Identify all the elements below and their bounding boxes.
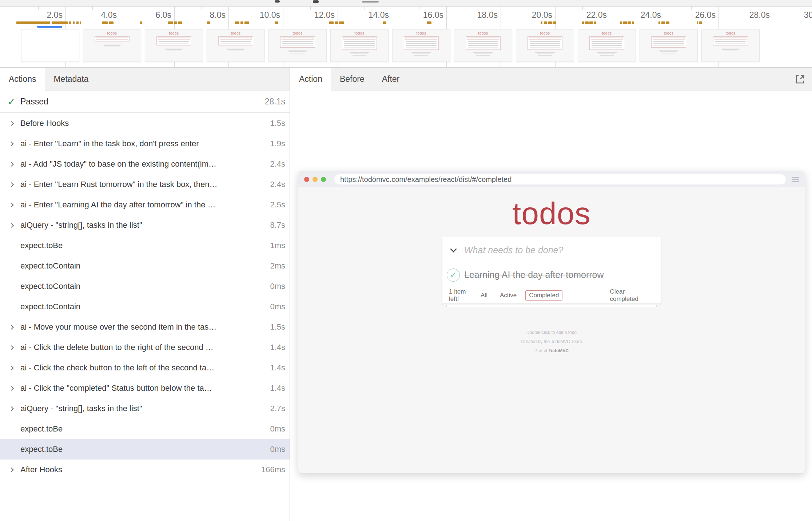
timeline-strip[interactable]: 2.0s4.0s6.0s8.0s10.0s12.0s14.0s16.0s18.0…: [0, 7, 812, 68]
timeline-action-mark: [174, 21, 177, 24]
thumbnail-item-line: [530, 43, 560, 44]
toggle-all-button[interactable]: [442, 249, 464, 251]
todo-item-label[interactable]: Learning AI the day after tomorrow: [464, 270, 604, 280]
timeline-action-mark: [541, 21, 542, 24]
thumbnail-input: [343, 37, 375, 40]
action-row[interactable]: ai - Enter "Learn Rust tomorrow" in the …: [0, 174, 290, 195]
timeline-action-mark: [52, 21, 68, 24]
action-row[interactable]: ai - Click the check button to the left …: [0, 358, 290, 378]
action-label: expect.toContain: [20, 282, 80, 291]
timeline-thumbnail[interactable]: todos: [207, 29, 265, 62]
footer-brand-line: Part of TodoMVC: [298, 346, 805, 355]
action-row[interactable]: expect.toContain2ms: [0, 256, 290, 276]
action-row[interactable]: expect.toContain0ms: [0, 297, 290, 317]
timeline-action-mark: [335, 21, 338, 24]
tab-action[interactable]: Action: [290, 68, 331, 91]
action-duration: 0ms: [265, 302, 285, 311]
todo-toggle-checkbox[interactable]: ✓: [447, 269, 460, 282]
action-row[interactable]: aiQuery - "string[], tasks in the list"8…: [0, 215, 290, 235]
tab-before[interactable]: Before: [331, 68, 373, 91]
timeline-action-mark: [594, 21, 596, 24]
timeline-action-mark: [329, 21, 334, 24]
timeline-thumbnail[interactable]: [21, 29, 79, 62]
thumbnail-footer-line: [282, 45, 313, 46]
timeline-thumbnail[interactable]: todos: [578, 29, 636, 62]
filter-completed[interactable]: Completed: [525, 290, 562, 301]
action-row[interactable]: expect.toBe0ms: [0, 419, 290, 439]
thumbnail-card: [218, 36, 253, 45]
action-duration: 1.4s: [265, 363, 285, 373]
action-label: expect.toBe: [20, 241, 63, 250]
thumbnail-app-title: todos: [702, 31, 759, 35]
timeline-action-mark: [240, 21, 243, 24]
timeline-thumbnail[interactable]: todos: [516, 29, 574, 62]
filter-active[interactable]: Active: [496, 290, 520, 301]
action-duration: 2ms: [265, 261, 285, 271]
action-row[interactable]: expect.toContain0ms: [0, 276, 290, 297]
timeline-tick-label: 16.0s: [423, 10, 443, 20]
action-duration: 2.7s: [265, 404, 285, 413]
clear-completed-button[interactable]: Clear completed: [610, 288, 654, 303]
timeline-thumbnail[interactable]: todos: [145, 29, 203, 62]
minimize-window-icon: [313, 177, 318, 182]
timeline-tick-label: 8.0s: [210, 10, 226, 20]
timeline-thumbnail[interactable]: todos: [701, 29, 760, 62]
browser-window: https://todomvc.com/examples/react/dist/…: [298, 171, 805, 474]
timeline-thumbnail[interactable]: todos: [330, 29, 389, 62]
timeline-thumbnail[interactable]: todos: [640, 29, 698, 62]
footer-brand-link[interactable]: TodoMVC: [549, 348, 569, 353]
timeline-action-mark: [339, 21, 344, 24]
thumbnail-item-line: [406, 43, 437, 44]
action-row[interactable]: After Hooks166ms: [0, 460, 290, 480]
timeline-gridline: [746, 7, 746, 10]
action-row[interactable]: ai - Add "JS today" to base on the exist…: [0, 154, 290, 174]
action-label: After Hooks: [20, 465, 62, 474]
check-icon: ✓: [450, 270, 457, 280]
action-label: expect.toBe: [20, 445, 63, 454]
timeline-edge-line: [2, 7, 2, 67]
action-row[interactable]: Before Hooks1.5s: [0, 113, 290, 134]
timeline-thumbnail[interactable]: todos: [83, 29, 141, 62]
tab-after[interactable]: After: [373, 68, 409, 91]
chevron-right-icon: [7, 224, 15, 227]
thumbnail-item-line: [715, 41, 746, 42]
timeline-action-mark: [69, 21, 71, 24]
action-row[interactable]: expect.toBe1ms: [0, 235, 290, 256]
tab-metadata[interactable]: Metadata: [45, 68, 97, 91]
timeline-thumbnail[interactable]: todos: [268, 29, 327, 62]
timeline-tick-label: 28.0s: [749, 10, 770, 20]
timeline-action-mark: [383, 21, 386, 24]
thumbnail-caption-lines: [721, 48, 740, 51]
main-panels: Actions Metadata ✓ Passed 28.1s Before H…: [0, 68, 812, 521]
timeline-thumbnail[interactable]: todos: [392, 29, 450, 62]
action-duration: 0ms: [265, 424, 285, 434]
clipped-title-fragment: [313, 0, 319, 3]
new-todo-input[interactable]: What needs to be done?: [464, 245, 563, 255]
action-row[interactable]: ai - Click the delete button to the righ…: [0, 337, 290, 358]
action-row[interactable]: ai - Move your mouse over the second ite…: [0, 317, 290, 337]
address-bar[interactable]: https://todomvc.com/examples/react/dist/…: [334, 174, 786, 184]
thumbnail-item-line: [530, 45, 560, 46]
action-row[interactable]: ai - Enter "Learn" in the task box, don'…: [0, 134, 290, 154]
filter-all[interactable]: All: [477, 290, 491, 301]
app-info-footer: Double-click to edit a todo Created by t…: [298, 328, 805, 356]
timeline-thumbnail[interactable]: todos: [454, 29, 512, 62]
thumbnail-app-title: todos: [145, 31, 203, 35]
tab-actions[interactable]: Actions: [0, 68, 45, 91]
timeline-gridline: [310, 7, 311, 10]
footer-credit: Created by the TodoMVC Team: [298, 337, 805, 346]
thumbnail-caption-lines: [473, 52, 493, 56]
timeline-action-mark: [207, 21, 210, 24]
todo-item: ✓ Learning AI the day after tomorrow: [442, 263, 661, 287]
filter-group: AllActiveCompleted: [477, 290, 562, 301]
action-row[interactable]: aiQuery - "string[], tasks in the list"2…: [0, 398, 290, 419]
todo-footer: 1 item left! AllActiveCompleted Clear co…: [442, 287, 661, 303]
action-duration: 8.7s: [265, 220, 285, 230]
action-row[interactable]: ai - Enter "Learning AI the day after to…: [0, 195, 290, 215]
action-duration: 2.4s: [265, 180, 285, 189]
items-left-count: 1 item left!: [449, 288, 477, 303]
footer-brand-prefix: Part of: [534, 348, 549, 353]
action-row[interactable]: expect.toBe0ms: [0, 439, 290, 460]
action-row[interactable]: ai - Click the "completed" Status button…: [0, 378, 290, 398]
external-link-icon[interactable]: [795, 74, 805, 85]
